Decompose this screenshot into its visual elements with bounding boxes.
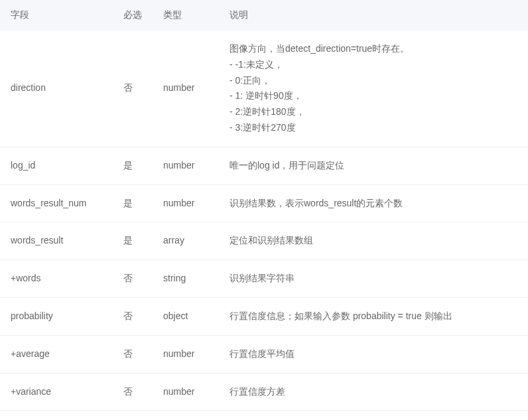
cell-description: 识别结果字符串	[219, 260, 528, 298]
cell-required: 否	[113, 335, 153, 373]
cell-field: +words	[0, 260, 113, 298]
cell-required: 否	[113, 297, 153, 335]
cell-field: words_result_num	[0, 184, 113, 222]
header-required: 必选	[113, 0, 153, 31]
header-field: 字段	[0, 0, 113, 31]
cell-field: +average	[0, 335, 113, 373]
table-row: +min 否 number 行置信度最小值	[0, 411, 528, 420]
cell-description: 定位和识别结果数组	[219, 222, 528, 260]
cell-required: 否	[113, 411, 153, 420]
cell-required: 是	[113, 147, 153, 184]
cell-field: +min	[0, 411, 113, 420]
cell-field: direction	[0, 31, 113, 147]
table-row: log_id 是 number 唯一的log id，用于问题定位	[0, 147, 528, 184]
cell-type: number	[153, 373, 219, 411]
cell-required: 是	[113, 222, 153, 260]
cell-description: 行置信度最小值	[219, 411, 528, 420]
cell-description: 行置信度信息；如果输入参数 probability = true 则输出	[219, 297, 528, 335]
table-header-row: 字段 必选 类型 说明	[0, 0, 528, 31]
table-row: words_result 是 array 定位和识别结果数组	[0, 222, 528, 260]
cell-field: +variance	[0, 373, 113, 411]
cell-field: probability	[0, 297, 113, 335]
table-row: +average 否 number 行置信度平均值	[0, 335, 528, 373]
cell-field: log_id	[0, 147, 113, 184]
table-row: +variance 否 number 行置信度方差	[0, 373, 528, 411]
cell-type: number	[153, 335, 219, 373]
cell-field: words_result	[0, 222, 113, 260]
cell-description: 图像方向，当detect_direction=true时存在。 - -1:未定义…	[219, 31, 528, 147]
cell-type: object	[153, 297, 219, 335]
table-row: probability 否 object 行置信度信息；如果输入参数 proba…	[0, 297, 528, 335]
cell-required: 是	[113, 184, 153, 222]
api-params-table: 字段 必选 类型 说明 direction 否 number 图像方向，当det…	[0, 0, 528, 420]
cell-required: 否	[113, 373, 153, 411]
cell-required: 否	[113, 260, 153, 298]
cell-description: 行置信度方差	[219, 373, 528, 411]
cell-type: string	[153, 260, 219, 298]
cell-type: number	[153, 31, 219, 147]
header-description: 说明	[219, 0, 528, 31]
cell-type: number	[153, 147, 219, 184]
header-type: 类型	[153, 0, 219, 31]
table-row: +words 否 string 识别结果字符串	[0, 260, 528, 298]
cell-type: number	[153, 184, 219, 222]
cell-type: array	[153, 222, 219, 260]
cell-required: 否	[113, 31, 153, 147]
cell-description: 行置信度平均值	[219, 335, 528, 373]
cell-type: number	[153, 411, 219, 420]
cell-description: 唯一的log id，用于问题定位	[219, 147, 528, 184]
table-row: words_result_num 是 number 识别结果数，表示words_…	[0, 184, 528, 222]
table-row: direction 否 number 图像方向，当detect_directio…	[0, 31, 528, 147]
cell-description: 识别结果数，表示words_result的元素个数	[219, 184, 528, 222]
